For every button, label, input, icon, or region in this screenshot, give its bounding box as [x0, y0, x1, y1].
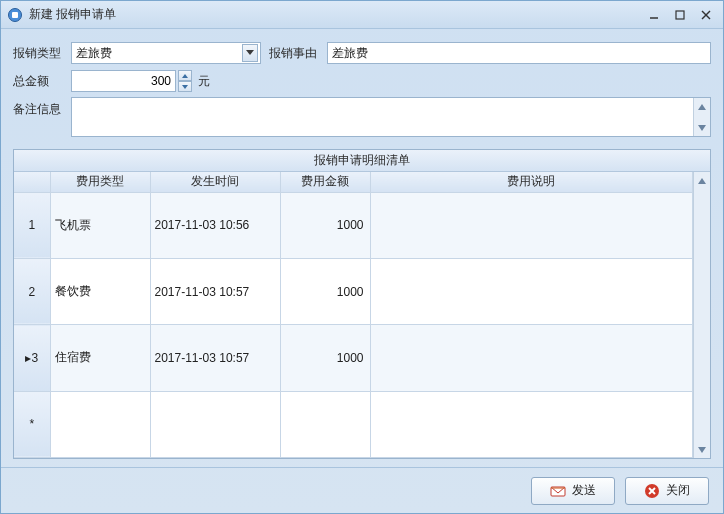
- scroll-down-icon[interactable]: [694, 119, 710, 136]
- col-header-time[interactable]: 发生时间: [150, 172, 280, 192]
- grid-table: 费用类型 发生时间 费用金额 费用说明 1 飞机票 2017-11-03 10:…: [14, 172, 693, 458]
- mail-icon: [550, 483, 566, 499]
- cell-desc[interactable]: [370, 258, 693, 324]
- col-header-amount[interactable]: 费用金额: [280, 172, 370, 192]
- close-icon: [644, 483, 660, 499]
- scroll-up-icon[interactable]: [694, 98, 710, 115]
- svg-rect-3: [676, 11, 684, 19]
- grid-scrollbar[interactable]: [693, 172, 710, 458]
- close-label: 关闭: [666, 482, 690, 499]
- reason-value: 差旅费: [332, 45, 368, 62]
- cell-amount[interactable]: 1000: [280, 325, 370, 391]
- total-spinner: [178, 70, 192, 92]
- table-row[interactable]: 1 飞机票 2017-11-03 10:56 1000: [14, 192, 693, 258]
- send-button[interactable]: 发送: [531, 477, 615, 505]
- remark-label: 备注信息: [13, 97, 71, 137]
- minimize-button[interactable]: [643, 7, 665, 23]
- cell-desc[interactable]: [370, 325, 693, 391]
- svg-marker-7: [182, 74, 188, 78]
- cell-type[interactable]: 住宿费: [50, 325, 150, 391]
- scroll-up-icon[interactable]: [694, 172, 710, 189]
- type-label: 报销类型: [13, 45, 71, 62]
- titlebar: 新建 报销申请单: [1, 1, 723, 29]
- reason-input[interactable]: 差旅费: [327, 42, 711, 64]
- maximize-button[interactable]: [669, 7, 691, 23]
- table-row[interactable]: ▸3 住宿费 2017-11-03 10:57 1000: [14, 325, 693, 391]
- svg-marker-8: [182, 85, 188, 89]
- spin-down-button[interactable]: [178, 81, 192, 92]
- grid-header-row: 费用类型 发生时间 费用金额 费用说明: [14, 172, 693, 192]
- close-dialog-button[interactable]: 关闭: [625, 477, 709, 505]
- reason-label: 报销事由: [269, 45, 327, 62]
- footer: 发送 关闭: [1, 467, 723, 513]
- window-title: 新建 报销申请单: [29, 6, 639, 23]
- svg-marker-9: [698, 104, 706, 110]
- svg-marker-6: [246, 50, 254, 55]
- table-new-row[interactable]: *: [14, 391, 693, 457]
- chevron-down-icon[interactable]: [242, 44, 258, 62]
- col-header-desc[interactable]: 费用说明: [370, 172, 693, 192]
- svg-rect-14: [551, 487, 565, 489]
- grid-title: 报销申请明细清单: [14, 150, 710, 172]
- svg-rect-1: [12, 12, 18, 18]
- send-label: 发送: [572, 482, 596, 499]
- svg-marker-11: [698, 178, 706, 184]
- remark-textarea[interactable]: [71, 97, 711, 137]
- cell-time[interactable]: 2017-11-03 10:57: [150, 325, 280, 391]
- table-row[interactable]: 2 餐饮费 2017-11-03 10:57 1000: [14, 258, 693, 324]
- spin-up-button[interactable]: [178, 70, 192, 81]
- row-indicator: 1: [14, 192, 50, 258]
- cell-amount[interactable]: 1000: [280, 258, 370, 324]
- row-indicator: ▸3: [14, 325, 50, 391]
- col-header-indicator[interactable]: [14, 172, 50, 192]
- cell-type[interactable]: 餐饮费: [50, 258, 150, 324]
- new-row-indicator: *: [14, 391, 50, 457]
- type-combo[interactable]: 差旅费: [71, 42, 261, 64]
- cell-time[interactable]: 2017-11-03 10:57: [150, 258, 280, 324]
- col-header-type[interactable]: 费用类型: [50, 172, 150, 192]
- total-value: 300: [151, 74, 171, 88]
- app-icon: [7, 7, 23, 23]
- type-value: 差旅费: [76, 45, 112, 62]
- cell-time[interactable]: 2017-11-03 10:56: [150, 192, 280, 258]
- detail-grid: 报销申请明细清单 费用类型 发生时间 费用金额 费用说明: [13, 149, 711, 459]
- cell-type[interactable]: 飞机票: [50, 192, 150, 258]
- remark-scrollbar[interactable]: [693, 98, 710, 136]
- total-unit: 元: [198, 73, 210, 90]
- svg-marker-10: [698, 125, 706, 131]
- cell-amount[interactable]: 1000: [280, 192, 370, 258]
- close-button[interactable]: [695, 7, 717, 23]
- svg-marker-12: [698, 447, 706, 453]
- form-area: 报销类型 差旅费 报销事由 差旅费 总金额 300 元: [1, 29, 723, 143]
- row-indicator: 2: [14, 258, 50, 324]
- total-label: 总金额: [13, 73, 71, 90]
- window: 新建 报销申请单 报销类型 差旅费 报销事由 差旅费 总金额 300: [0, 0, 724, 514]
- total-input[interactable]: 300: [71, 70, 176, 92]
- cell-desc[interactable]: [370, 192, 693, 258]
- scroll-down-icon[interactable]: [694, 441, 710, 458]
